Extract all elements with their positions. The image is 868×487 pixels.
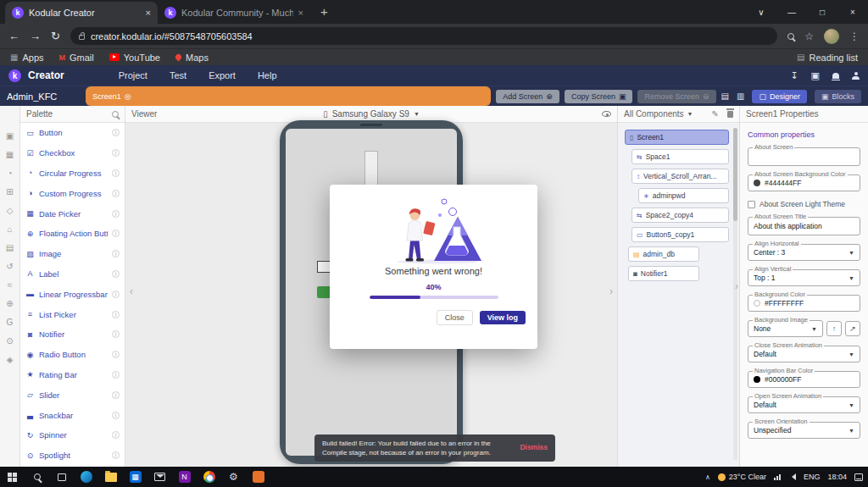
category-dynamic-icon[interactable]: ≈ — [8, 280, 13, 290]
add-screen-button[interactable]: Add Screen ⊕ — [496, 90, 559, 103]
reading-list-button[interactable]: ▤ Reading list — [797, 53, 858, 63]
palette-item-fab[interactable]: ⊕Floating Action Buttoni — [20, 224, 125, 244]
palette-item-linear-progressbar[interactable]: ▬Linear Progressbari — [20, 284, 125, 304]
prop-background-color[interactable]: Background Color #FFFFFFFF — [748, 295, 860, 312]
info-icon[interactable]: i — [112, 129, 120, 136]
prop-navigation-bar-color[interactable]: Navigation Bar Color #000000FF — [748, 371, 860, 388]
tree-item-admin-db[interactable]: ▤admin_db — [628, 246, 699, 262]
chevron-up-icon[interactable]: ∧ — [705, 473, 710, 481]
category-google-icon[interactable]: G — [7, 318, 14, 327]
category-sensors-icon[interactable]: ◇ — [7, 206, 14, 215]
palette-item-spotlight[interactable]: ⊙Spotlighti — [20, 445, 125, 466]
close-window-button[interactable]: × — [837, 0, 868, 24]
tab-close-icon[interactable]: × — [298, 8, 303, 18]
upload-icon[interactable]: ↑ — [826, 321, 842, 336]
bookmark-maps[interactable]: Maps — [175, 53, 209, 63]
components-filter[interactable]: All Components — [624, 109, 684, 119]
back-icon[interactable]: ← — [8, 30, 19, 42]
prop-screen-orientation[interactable]: Screen Orientation Unspecified ▼ — [748, 422, 860, 439]
volume-icon[interactable] — [788, 473, 796, 480]
palette-item-circular-progress[interactable]: ◔Circular Progressi — [20, 163, 125, 184]
network-icon[interactable] — [774, 474, 781, 480]
gift-icon[interactable]: ▣ — [811, 70, 820, 81]
tree-item-space2-copy4[interactable]: ⇆Space2_copy4 — [632, 208, 729, 223]
category-utilities-icon[interactable]: ↺ — [6, 262, 13, 271]
category-user-interface-icon[interactable]: ▣ — [6, 131, 14, 141]
info-icon[interactable]: i — [112, 431, 120, 439]
palette-item-list-picker[interactable]: ≡List Pickeri — [20, 304, 125, 324]
tree-item-button5-copy1[interactable]: ▭Button5_copy1 — [632, 227, 729, 242]
taskbar-settings[interactable]: ⚙ — [221, 467, 246, 487]
clock[interactable]: 18:04 — [827, 473, 847, 481]
prop-align-horizontal[interactable]: Align Horizontal Center : 3 ▼ — [748, 244, 860, 261]
taskbar-mail[interactable] — [147, 467, 172, 487]
info-icon[interactable]: i — [112, 412, 120, 419]
minimize-button[interactable]: — — [776, 0, 807, 24]
tab-kodular-creator[interactable]: k Kodular Creator × — [5, 2, 158, 24]
search-icon[interactable] — [112, 111, 119, 118]
bookmark-apps[interactable]: ▦ Apps — [10, 53, 44, 63]
info-icon[interactable]: i — [112, 371, 120, 379]
menu-test[interactable]: Test — [170, 70, 186, 80]
palette-item-checkbox[interactable]: ☑Checkboxi — [20, 143, 125, 163]
zoom-icon[interactable] — [787, 33, 794, 40]
tree-item-notifier1[interactable]: ◙Notifier1 — [628, 266, 699, 281]
prop-open-screen-animation[interactable]: Open Screen Animation Default ▼ — [748, 396, 860, 413]
category-drawing-icon[interactable]: ⊞ — [6, 187, 13, 196]
prop-about-screen-title[interactable]: About Screen Title About this applicatio… — [748, 217, 860, 235]
taskbar-store[interactable]: ▦ — [123, 467, 147, 487]
taskbar-edge[interactable] — [74, 467, 98, 487]
palette-item-spinner[interactable]: ↻Spinneri — [20, 425, 125, 445]
forward-icon[interactable]: → — [30, 30, 41, 42]
tab-close-icon[interactable]: × — [146, 8, 151, 18]
info-icon[interactable]: i — [112, 311, 120, 318]
designer-tab[interactable]: ▢ Designer — [752, 90, 807, 103]
menu-project[interactable]: Project — [119, 70, 147, 80]
checkbox-icon[interactable] — [748, 201, 755, 208]
taskbar-chrome[interactable] — [197, 467, 221, 487]
taskbar-search-button[interactable] — [25, 467, 49, 487]
lock-icon[interactable] — [79, 35, 85, 40]
palette-item-button[interactable]: ▭Buttoni — [20, 123, 125, 143]
bookmark-star-icon[interactable]: ☆ — [804, 30, 814, 42]
prop-align-vertical[interactable]: Align Vertical Top : 1 ▼ — [748, 269, 860, 286]
visibility-icon[interactable] — [602, 111, 611, 117]
start-button[interactable] — [0, 467, 25, 487]
category-monetization-icon[interactable]: ⊙ — [6, 336, 13, 346]
category-connectivity-icon[interactable]: ⊕ — [6, 299, 13, 308]
category-storage-icon[interactable]: ▤ — [6, 243, 14, 252]
info-icon[interactable]: i — [112, 451, 120, 459]
view-log-button[interactable]: View log — [480, 311, 526, 324]
menu-help[interactable]: Help — [258, 70, 277, 80]
kodular-logo[interactable]: k — [8, 69, 21, 82]
info-icon[interactable]: i — [112, 250, 120, 257]
background-image-select[interactable]: Background Image None ▼ — [748, 320, 823, 337]
scrollbar-thumb[interactable] — [733, 128, 737, 221]
palette-item-slider[interactable]: ▱Slideri — [20, 385, 125, 405]
palette-item-snackbar[interactable]: ▃Snackbari — [20, 405, 125, 425]
weather-widget[interactable]: 23°C Clear — [718, 473, 766, 481]
palette-item-rating-bar[interactable]: ★Rating Bari — [20, 365, 125, 385]
close-button[interactable]: Close — [437, 310, 473, 325]
edit-icon[interactable]: ✎ — [712, 109, 719, 119]
tree-item-vertical-scroll[interactable]: ↕Vertical_Scroll_Arran... — [632, 169, 729, 184]
prop-about-screen-bg-color[interactable]: About Screen Background Color #444444FF — [748, 174, 860, 191]
category-social-icon[interactable]: ⌂ — [7, 224, 12, 234]
info-icon[interactable]: i — [112, 330, 120, 338]
components-scrollbar[interactable] — [733, 128, 737, 460]
device-selector[interactable]: ▯ Samsung Galaxy S9 ▼ — [323, 109, 420, 119]
language-indicator[interactable]: ENG — [804, 473, 821, 481]
window-menu-icon[interactable]: ∨ — [746, 0, 776, 24]
screen-selector[interactable]: Screen1 ◎ — [86, 86, 491, 106]
collapse-right-icon[interactable]: › — [609, 285, 613, 297]
info-icon[interactable]: i — [112, 169, 120, 177]
reload-icon[interactable]: ↻ — [51, 30, 60, 42]
notifications-icon[interactable] — [832, 73, 839, 79]
export-project-icon[interactable]: ↧ — [790, 70, 798, 81]
category-experimental-icon[interactable]: ◈ — [7, 355, 14, 364]
palette-item-radio-button[interactable]: ◉Radio Buttoni — [20, 345, 125, 365]
tree-item-adminpwd[interactable]: ∗adminpwd — [638, 188, 729, 203]
account-icon[interactable] — [852, 72, 860, 80]
palette-item-custom-progress[interactable]: ◑Custom Progressi — [20, 183, 125, 203]
tree-item-screen1[interactable]: ▯Screen1 — [625, 130, 729, 145]
